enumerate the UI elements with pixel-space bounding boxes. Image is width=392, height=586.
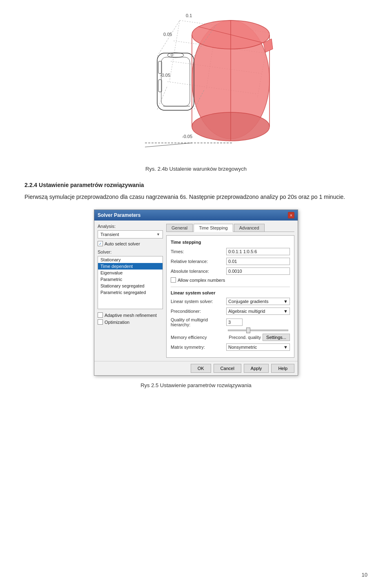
analysis-label: Analysis:: [98, 224, 163, 229]
optimization-label: Optimization: [105, 320, 129, 325]
ok-button[interactable]: OK: [191, 364, 211, 373]
time-stepping-title: Time stepping: [171, 240, 290, 245]
dialog-wrapper: Solver Parameters × Analysis: Transient …: [24, 209, 368, 376]
dialog-body: Analysis: Transient ▼ ✓ Auto select solv…: [94, 221, 298, 361]
memory-label: Memory efficiency: [171, 335, 227, 340]
solver-listbox[interactable]: Stationary Time dependent Eigenvalue Par…: [98, 256, 163, 309]
help-button[interactable]: Help: [271, 364, 294, 373]
auto-select-row: ✓ Auto select solver: [98, 241, 163, 246]
section-text: Pierwszą symulacje przeprowadzono dla cz…: [24, 192, 368, 201]
matrix-value: Nonsymmetric: [228, 345, 257, 350]
linear-solver-select[interactable]: Conjugate gradients ▼: [226, 298, 290, 305]
memory-row: Memory efficiency Precond. quality Setti…: [171, 334, 290, 341]
adaptive-mesh-checkbox[interactable]: [98, 312, 103, 318]
list-item-time-dependent[interactable]: Time dependent: [98, 263, 163, 270]
times-label: Times:: [171, 249, 224, 254]
cad-drawing: 0.1 0.05 0 -0.05 -0.05: [110, 8, 282, 159]
dialog-titlebar: Solver Parameters ×: [94, 210, 298, 221]
times-value[interactable]: 0:0.1:1 1:0.5:6: [226, 248, 290, 255]
precond-select[interactable]: Algebraic multigrid ▼: [226, 307, 290, 315]
quality-value[interactable]: 3: [226, 319, 243, 326]
quality-slider[interactable]: [228, 330, 288, 331]
auto-select-checkbox[interactable]: ✓: [98, 241, 103, 246]
figure-top: 0.1 0.05 0 -0.05 -0.05: [24, 8, 368, 159]
analysis-value: Transient: [100, 232, 119, 237]
right-panel: General Time Stepping Advanced Time step…: [166, 224, 294, 358]
solver-label: Solver:: [98, 250, 163, 254]
slider-thumb[interactable]: [246, 328, 250, 333]
linear-solver-arrow-icon: ▼: [283, 299, 288, 304]
settings-button[interactable]: Settings...: [263, 334, 290, 341]
figure-top-caption: Rys. 2.4b Ustalenie warunków brzegowych: [24, 166, 368, 172]
apply-button[interactable]: Apply: [244, 364, 269, 373]
linear-solver-row: Linear system solver: Conjugate gradient…: [171, 298, 290, 305]
section-heading: 2.2.4 Ustawienie parametrów rozwiązywani…: [24, 182, 368, 188]
tab-content: Time stepping Times: 0:0.1:1 1:0.5:6 Rel…: [166, 235, 294, 358]
absolute-tol-row: Absolute tolerance: 0.0010: [171, 267, 290, 275]
figure-bottom-caption: Rys 2.5 Ustawienie parametrów rozwiązywa…: [24, 382, 368, 388]
adaptive-mesh-row: Adaptive mesh refinement: [98, 312, 163, 318]
linear-solver-value: Conjugate gradients: [228, 299, 268, 304]
relative-tol-label: Relative tolerance:: [171, 259, 224, 264]
relative-tol-row: Relative tolerance: 0.01: [171, 258, 290, 265]
quality-label: Quality of multigrid hierarchy:: [171, 317, 224, 327]
tab-time-stepping[interactable]: Time Stepping: [194, 224, 233, 232]
dialog-footer: OK Cancel Apply Help: [94, 361, 298, 375]
adaptive-mesh-label: Adaptive mesh refinement: [105, 313, 157, 318]
dialog-title: Solver Parameters: [98, 212, 140, 218]
precond-arrow-icon: ▼: [283, 309, 288, 314]
list-item-stationary-seg[interactable]: Stationary segregated: [98, 283, 163, 289]
linear-solver-label: Linear system solver:: [171, 299, 224, 304]
matrix-select[interactable]: Nonsymmetric ▼: [226, 343, 290, 351]
svg-text:0.05: 0.05: [163, 32, 172, 37]
list-item-eigenvalue[interactable]: Eigenvalue: [98, 270, 163, 276]
optimization-row: Optimization: [98, 319, 163, 325]
absolute-tol-value[interactable]: 0.0010: [226, 267, 290, 275]
matrix-label: Matrix symmetry:: [171, 345, 224, 350]
dropdown-arrow-icon: ▼: [156, 232, 160, 236]
allow-complex-label: Allow complex numbers: [178, 278, 225, 283]
tab-bar: General Time Stepping Advanced: [166, 224, 294, 232]
tab-advanced[interactable]: Advanced: [234, 224, 265, 232]
matrix-arrow-icon: ▼: [283, 345, 288, 350]
precond-value: Algebraic multigrid: [228, 309, 265, 314]
list-item-stationary[interactable]: Stationary: [98, 256, 163, 263]
optimization-checkbox[interactable]: [98, 319, 103, 325]
allow-complex-row: Allow complex numbers: [171, 277, 290, 283]
svg-text:-0.05: -0.05: [182, 134, 192, 139]
solver-parameters-dialog: Solver Parameters × Analysis: Transient …: [94, 209, 298, 376]
times-row: Times: 0:0.1:1 1:0.5:6: [171, 248, 290, 255]
linear-solver-title: Linear system solver: [171, 290, 290, 295]
precond-label: Preconditioner:: [171, 309, 224, 314]
list-item-parametric-seg[interactable]: Parametric segregated: [98, 289, 163, 296]
dialog-close-button[interactable]: ×: [288, 212, 294, 218]
cancel-button[interactable]: Cancel: [214, 364, 241, 373]
tab-general[interactable]: General: [166, 224, 193, 232]
analysis-dropdown[interactable]: Transient ▼: [98, 230, 163, 238]
quality-row: Quality of multigrid hierarchy: 3: [171, 317, 290, 327]
precond-quality-label: Precond. quality: [229, 335, 261, 340]
precond-row: Preconditioner: Algebraic multigrid ▼: [171, 307, 290, 315]
slider-row: [171, 330, 290, 331]
absolute-tol-label: Absolute tolerance:: [171, 269, 224, 274]
allow-complex-checkbox[interactable]: [171, 277, 176, 283]
svg-text:0.1: 0.1: [186, 13, 192, 18]
relative-tol-value[interactable]: 0.01: [226, 258, 290, 265]
left-panel: Analysis: Transient ▼ ✓ Auto select solv…: [98, 224, 163, 358]
divider: [171, 287, 290, 287]
list-item-parametric[interactable]: Parametric: [98, 276, 163, 283]
matrix-row: Matrix symmetry: Nonsymmetric ▼: [171, 343, 290, 351]
page-number: 10: [362, 572, 368, 578]
auto-select-label: Auto select solver: [105, 241, 140, 246]
